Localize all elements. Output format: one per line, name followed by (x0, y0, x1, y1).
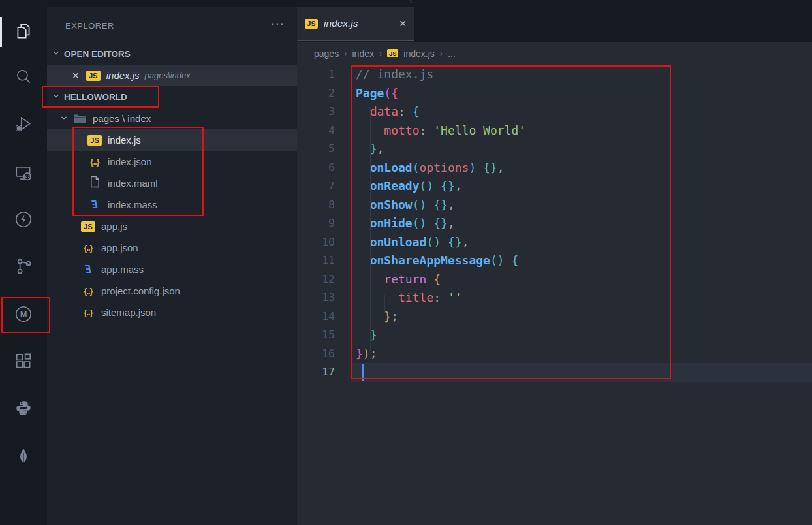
line-number: 12 (297, 270, 351, 289)
project-section-header[interactable]: HELLOWORLD (47, 86, 297, 108)
open-editors-label: OPEN EDITORS (64, 49, 131, 59)
tree-item-label: index.maml (108, 178, 158, 189)
activity-item-thunder-client[interactable] (8, 205, 39, 236)
tree-item[interactable]: {..}app.json (47, 237, 297, 259)
indent-guide (384, 295, 385, 313)
tree-item-label: app.mass (101, 264, 144, 275)
line-number: 11 (297, 251, 351, 270)
code-line: 3 data: { (297, 103, 812, 121)
breadcrumb-separator-icon: › (440, 48, 443, 58)
chevron-down-icon (52, 92, 60, 102)
tree-item-label: app.js (101, 221, 127, 232)
mass-file-icon: E (91, 199, 98, 211)
close-icon[interactable]: ✕ (399, 18, 407, 29)
extensions-icon (14, 351, 33, 374)
tree-item[interactable]: Eindex.mass (47, 194, 297, 215)
open-editors-header[interactable]: OPEN EDITORS (47, 43, 297, 65)
file-tree: pages \ indexJSindex.js{..}index.jsonind… (47, 108, 297, 323)
tree-item[interactable]: JSapp.js (47, 215, 297, 237)
more-actions-icon[interactable]: ⋯ (271, 16, 284, 31)
tree-item[interactable]: {..}sitemap.json (47, 302, 297, 323)
line-number: 16 (297, 345, 351, 364)
tree-item[interactable]: {..}project.config.json (47, 280, 297, 302)
code-line: 13 title: '' (297, 289, 812, 308)
code-line: 4 motto: 'Hello World' (297, 121, 812, 140)
search-icon (14, 67, 33, 89)
activity-item-run-debug[interactable] (8, 110, 39, 141)
activity-item-python[interactable] (8, 394, 39, 425)
breadcrumb-separator-icon: › (344, 48, 347, 58)
tab-bar: JS index.js ✕ (297, 7, 812, 42)
line-number: 1 (297, 65, 351, 84)
line-number: 5 (297, 140, 351, 159)
line-number: 10 (297, 233, 351, 252)
code-line: 6 onLoad(options) {}, (297, 159, 812, 178)
code-line: 10 onUnload() {}, (297, 233, 812, 252)
breadcrumb-item[interactable]: index.js (403, 48, 434, 59)
chevron-down-icon (52, 49, 60, 59)
sidebar-title: EXPLORER (65, 21, 114, 31)
code-line: 9 onHide() {}, (297, 214, 812, 233)
tab-index-js[interactable]: JS index.js ✕ (297, 7, 414, 41)
tree-item-label: project.config.json (101, 285, 180, 296)
activity-item-source-control[interactable] (8, 252, 39, 283)
code-line: 7 onReady() {}, (297, 177, 812, 196)
js-file-icon: JS (81, 221, 95, 232)
code-editor[interactable]: 1// index.js2Page({3 data: {4 motto: 'He… (297, 65, 812, 382)
thunder-client-icon (14, 210, 33, 232)
editor-group: JS index.js ✕ pages›index›JSindex.js›...… (297, 7, 812, 525)
tree-item[interactable]: JSindex.js (47, 129, 297, 151)
code-line: 16}); (297, 345, 812, 364)
tree-item-label: app.json (101, 242, 138, 253)
code-line: 11 onShareAppMessage() { (297, 251, 812, 270)
json-file-icon: {..} (84, 308, 92, 317)
breadcrumb: pages›index›JSindex.js›... (297, 42, 812, 65)
line-number: 17 (297, 363, 351, 382)
line-number: 2 (297, 84, 351, 103)
json-file-icon: {..} (84, 243, 92, 253)
current-line: 17 (297, 363, 812, 382)
line-number: 3 (297, 103, 351, 121)
mass-file-icon: E (85, 263, 91, 276)
line-number: 14 (297, 308, 351, 326)
folder-icon (72, 114, 87, 124)
open-editor-path: pages\index (145, 71, 191, 80)
js-file-icon: JS (87, 135, 102, 146)
tree-item-label: sitemap.json (101, 307, 156, 318)
activity-item-search[interactable] (8, 63, 39, 94)
line-number: 4 (297, 121, 351, 140)
maml-file-icon (89, 176, 101, 191)
tree-item[interactable]: index.maml (47, 172, 297, 194)
line-number: 7 (297, 177, 351, 196)
activity-item-mongodb[interactable] (8, 441, 39, 473)
breadcrumb-item[interactable]: pages (314, 48, 339, 59)
activity-item-remote-explorer[interactable] (8, 159, 39, 190)
python-icon (14, 398, 33, 421)
mongodb-icon (14, 446, 33, 468)
open-editor-filename: index.js (106, 70, 140, 81)
explorer-sidebar: EXPLORER ⋯ OPEN EDITORS ✕ JS index.js pa… (47, 7, 297, 525)
code-line: 8 onShow() {}, (297, 196, 812, 215)
chevron-down-icon (60, 113, 68, 125)
tree-item[interactable]: {..}index.json (47, 151, 297, 172)
breadcrumb-item[interactable]: index (352, 48, 374, 59)
active-view-indicator (0, 17, 2, 47)
line-number: 6 (297, 159, 351, 178)
tab-label: index.js (324, 18, 358, 29)
tree-folder[interactable]: pages \ index (47, 108, 297, 129)
activity-item-files[interactable] (8, 17, 39, 48)
breadcrumb-separator-icon: › (379, 48, 382, 58)
code-line: 5 }, (297, 140, 812, 159)
js-file-icon: JS (86, 71, 101, 81)
source-control-icon (14, 257, 33, 279)
code-line: 12 return { (297, 270, 812, 289)
activity-item-extensions[interactable] (8, 347, 39, 378)
text-cursor (362, 364, 364, 381)
breadcrumb-item[interactable]: ... (448, 48, 456, 59)
tree-item-label: index.mass (108, 199, 157, 210)
activity-item-m-tool[interactable]: M (8, 300, 39, 331)
open-editor-item[interactable]: ✕ JS index.js pages\index (47, 65, 297, 86)
close-icon[interactable]: ✕ (72, 71, 80, 81)
command-center-outline[interactable] (410, 0, 812, 3)
tree-item[interactable]: Eapp.mass (47, 259, 297, 280)
